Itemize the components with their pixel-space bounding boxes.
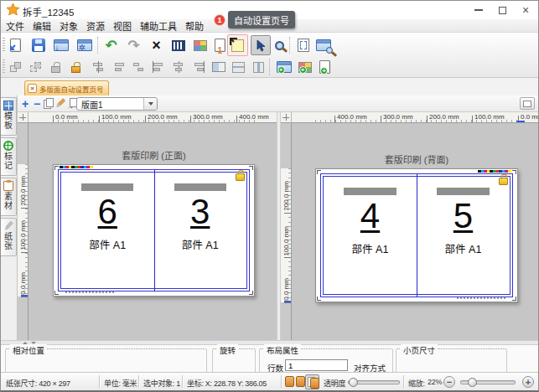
align-right-button[interactable] bbox=[188, 57, 209, 77]
h-ruler-back: 400.0 mm 300.0 mm 200.0 mm 100.0 mm 0.0 … bbox=[292, 112, 539, 123]
split-columns-button[interactable] bbox=[248, 57, 269, 77]
split-panes-icon bbox=[212, 62, 225, 72]
align-left-icon bbox=[152, 61, 165, 73]
panel-columns-icon bbox=[172, 40, 185, 51]
panel-icon bbox=[523, 101, 531, 107]
canvas-back[interactable]: 套版印刷 (背面) 4 部件 A1 5 部件 A1 bbox=[292, 123, 539, 340]
menu-help[interactable]: 帮助 bbox=[182, 19, 207, 33]
menu-resource[interactable]: 资源 bbox=[83, 19, 108, 33]
page-part-label: 部件 A1 bbox=[154, 236, 247, 252]
redo-button[interactable]: ↷ bbox=[123, 35, 144, 55]
panel-toggle-button[interactable] bbox=[520, 97, 535, 110]
menu-file[interactable]: 文件 bbox=[3, 19, 28, 33]
undo-icon: ↶ bbox=[105, 39, 117, 53]
remove-layout-item-button[interactable]: − bbox=[31, 95, 43, 111]
menu-view[interactable]: 视图 bbox=[110, 19, 135, 33]
split-rows-button[interactable] bbox=[228, 57, 249, 77]
sidebar-tab-templates[interactable]: 模板 bbox=[1, 97, 17, 136]
panel-columns-button[interactable] bbox=[168, 35, 189, 55]
menu-tools[interactable]: 辅助工具 bbox=[137, 19, 180, 33]
pane-back: 400.0 mm 300.0 mm 200.0 mm 100.0 mm 0.0 … bbox=[281, 112, 539, 340]
page-6[interactable]: 6 部件 A1 bbox=[61, 173, 154, 288]
page-3[interactable]: 3 部件 A1 bbox=[154, 173, 247, 288]
tab-label: 多版面自动设置页号 bbox=[39, 84, 104, 94]
sidebar-tab-materials[interactable]: 素材 bbox=[1, 178, 17, 216]
rows-input[interactable] bbox=[285, 359, 348, 371]
close-icon: × bbox=[522, 4, 529, 16]
lock-button[interactable] bbox=[45, 57, 66, 77]
swap-corner-button[interactable] bbox=[127, 57, 148, 77]
page-header-bar bbox=[437, 188, 489, 195]
unlock-button[interactable] bbox=[65, 57, 86, 77]
new-document-button[interactable] bbox=[5, 35, 26, 55]
swap-horizontal-icon bbox=[91, 61, 105, 73]
combo-dropdown-button[interactable] bbox=[143, 98, 157, 110]
zoom-tool-button[interactable] bbox=[269, 35, 290, 55]
chevron-down-icon bbox=[148, 102, 153, 106]
close-button[interactable]: × bbox=[514, 1, 537, 19]
tab-close-icon[interactable]: × bbox=[28, 84, 37, 93]
zoom-slider[interactable] bbox=[460, 380, 516, 384]
zoom-out-button[interactable]: − bbox=[443, 376, 455, 388]
main-toolbar: ↓ ✲ ↶ ↷ × 1 + + + bbox=[1, 33, 538, 78]
save-all-button[interactable]: ↓ bbox=[50, 35, 71, 55]
auto-page-number-button[interactable] bbox=[227, 35, 248, 55]
sheet-front[interactable]: 6 部件 A1 3 部件 A1 bbox=[53, 164, 255, 297]
align-center-icon bbox=[172, 61, 185, 73]
add-window-button[interactable]: + bbox=[273, 57, 294, 77]
zoom-value: 22% bbox=[428, 378, 442, 386]
opacity-mode-1-icon[interactable] bbox=[285, 376, 294, 387]
page-5[interactable]: 5 部件 A1 bbox=[417, 177, 510, 294]
group-relative-position: 相对位置 bbox=[5, 348, 207, 374]
canvas-front[interactable]: 套版印刷 (正面) 6 部件 A1 3 部件 A1 bbox=[29, 123, 277, 340]
zoom-in-button[interactable]: + bbox=[522, 376, 534, 388]
delete-button[interactable]: × bbox=[146, 35, 167, 55]
ruler-origin-back bbox=[281, 112, 292, 123]
ungroup-button[interactable] bbox=[25, 57, 46, 77]
swap-vertical-button[interactable] bbox=[107, 57, 128, 77]
split-panes-button[interactable] bbox=[208, 57, 229, 77]
new-document-icon bbox=[10, 39, 21, 52]
opacity-slider[interactable] bbox=[348, 380, 400, 384]
undo-button[interactable]: ↶ bbox=[101, 35, 122, 55]
opacity-mode-3-button[interactable] bbox=[305, 374, 319, 389]
swap-horizontal-button[interactable] bbox=[87, 57, 108, 77]
opacity-slider-knob[interactable] bbox=[349, 378, 358, 387]
sidebar-tab-marks[interactable]: 标记 bbox=[1, 137, 17, 176]
opacity-mode-2-icon[interactable] bbox=[296, 376, 305, 387]
align-center-button[interactable] bbox=[168, 57, 189, 77]
menu-object[interactable]: 对象 bbox=[56, 19, 81, 33]
maximize-icon bbox=[499, 7, 506, 14]
paper-size-status: 纸张尺寸: 420 × 297 bbox=[6, 378, 70, 389]
zoom-slider-knob[interactable] bbox=[468, 378, 477, 387]
swap-vertical-icon bbox=[111, 61, 125, 73]
add-page-button[interactable]: + bbox=[314, 57, 335, 77]
left-sidebar: 模板 标记 素材 纸张 bbox=[1, 95, 18, 340]
color-window-button[interactable] bbox=[189, 35, 210, 55]
save-icon bbox=[32, 39, 45, 52]
select-tool-button[interactable] bbox=[250, 35, 271, 55]
swap-corner-icon bbox=[132, 61, 145, 73]
save-window-button[interactable]: ✲ bbox=[74, 35, 95, 55]
preview-window-button[interactable] bbox=[313, 35, 334, 55]
coords-status: 坐标: X: 228.78 Y: 386.05 bbox=[187, 378, 267, 389]
page-4[interactable]: 4 部件 A1 bbox=[324, 177, 417, 294]
add-layout-item-button[interactable]: + bbox=[19, 95, 31, 111]
tab-auto-page-number[interactable]: × 多版面自动设置页号 bbox=[24, 80, 109, 95]
add-layout-button[interactable]: + bbox=[294, 57, 315, 77]
minimize-icon bbox=[474, 9, 483, 11]
align-left-button[interactable] bbox=[148, 57, 168, 77]
save-button[interactable] bbox=[28, 35, 49, 55]
split-columns-icon bbox=[253, 62, 264, 73]
copy-layout-button[interactable] bbox=[43, 95, 54, 111]
maximize-button[interactable] bbox=[490, 1, 514, 19]
sidebar-tab-paper[interactable]: 纸张 bbox=[1, 218, 17, 256]
unit-status: 单位: 毫米 bbox=[104, 378, 137, 389]
sheet-back[interactable]: 4 部件 A1 5 部件 A1 bbox=[315, 168, 518, 302]
preview-page-button[interactable] bbox=[293, 35, 314, 55]
layout-select[interactable]: 版面1 bbox=[76, 97, 158, 111]
group-button[interactable] bbox=[5, 57, 26, 77]
minimize-button[interactable] bbox=[467, 1, 490, 19]
menu-edit[interactable]: 编辑 bbox=[29, 19, 54, 33]
edit-layout-button[interactable] bbox=[54, 95, 66, 111]
